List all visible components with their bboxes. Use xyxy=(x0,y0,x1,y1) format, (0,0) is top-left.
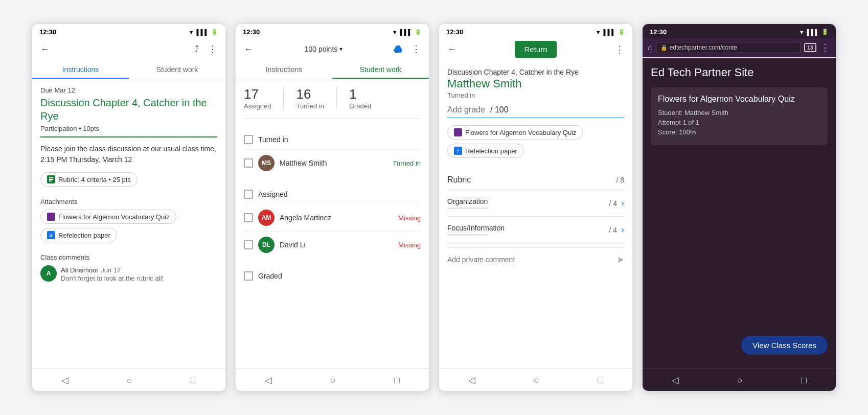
points-label: 100 points xyxy=(305,45,338,53)
quiz-attempt-label: Attempt 1 of 1 xyxy=(658,119,820,126)
attachment-3b-label: Refelection paper xyxy=(465,147,517,155)
student-row-david[interactable]: DL David Li Missing xyxy=(244,232,421,258)
points-dropdown-icon: ▾ xyxy=(339,45,342,53)
rubric-focus-score-text: / 4 xyxy=(609,226,617,234)
send-icon[interactable]: ➤ xyxy=(616,254,624,265)
quiz-student-label: Student: Matthew Smith xyxy=(658,109,820,117)
back-button-2[interactable]: ← xyxy=(243,43,254,56)
tab-studentwork-1[interactable]: Student work xyxy=(129,60,225,79)
signal-icon: ▌▌▌ xyxy=(197,29,209,35)
nav-bar-3: ◁ ○ □ xyxy=(439,368,632,391)
nav-recent-1[interactable]: □ xyxy=(187,374,200,387)
points-selector[interactable]: 100 points ▾ xyxy=(305,45,343,53)
section-graded: Graded xyxy=(244,264,421,288)
quiz-score-label: Score: 100% xyxy=(658,128,820,136)
attachment-2-label: Refelection paper xyxy=(58,232,110,239)
svg-rect-0 xyxy=(49,177,53,178)
checkbox-section-as[interactable] xyxy=(244,190,253,199)
back-button-3[interactable]: ← xyxy=(446,43,458,56)
rubric-total: / 8 xyxy=(616,176,624,184)
checkbox-section-gr[interactable] xyxy=(244,271,253,281)
status-time-3: 12:30 xyxy=(446,28,463,36)
nav-back-3[interactable]: ◁ xyxy=(464,374,479,387)
wifi-icon-3: ▼ xyxy=(596,29,601,35)
rubric-section: Rubric / 8 Organization / 4 › Focus/In xyxy=(447,170,624,243)
tab-instructions-2[interactable]: Instructions xyxy=(236,60,332,79)
attachment-chip-3a[interactable]: Flowers for Algernon Vocabulary Quiz xyxy=(447,125,583,140)
more-button-3[interactable]: ⋮ xyxy=(614,43,625,56)
nav-back-1[interactable]: ◁ xyxy=(57,374,73,387)
checkbox-matthew[interactable] xyxy=(244,158,253,168)
status-icons-2: ▼ ▌▌▌ 🔋 xyxy=(392,29,422,35)
rubric-row-org[interactable]: Organization / 4 › xyxy=(447,190,624,217)
share-button-1[interactable]: ⤴ xyxy=(193,43,200,56)
student-row-matthew[interactable]: MS Matthew Smith Turned in xyxy=(244,150,421,176)
attachment-chip-1[interactable]: Flowers for Algernon Vocabulary Quiz xyxy=(40,210,176,224)
stat-assigned-number: 17 xyxy=(244,86,259,102)
comment-text-1: Don't forget to look at the rubric all! xyxy=(61,274,164,282)
signal-icon-4: ▌▌▌ xyxy=(807,29,819,35)
more-button-1[interactable]: ⋮ xyxy=(207,42,218,56)
url-bar[interactable]: 🔒 edtechpartner.com/conte xyxy=(656,42,801,53)
drive-icon xyxy=(393,44,403,54)
rubric-org-score-text: / 4 xyxy=(609,199,617,208)
rubric-org-chevron: › xyxy=(621,198,624,209)
attachment-chip-2[interactable]: ≡ Refelection paper xyxy=(40,228,117,242)
status-bar-1: 12:30 ▼ ▌▌▌ 🔋 xyxy=(32,24,225,38)
student-row-angela[interactable]: AM Angela Martinez Missing xyxy=(244,204,421,232)
quiz-card: Flowers for Algernon Vocabulary Quiz Stu… xyxy=(651,87,828,145)
avatar-matthew: MS xyxy=(258,155,275,171)
private-comment-row: ➤ xyxy=(447,247,624,271)
rubric-org-progress xyxy=(447,208,488,209)
status-david: Missing xyxy=(398,241,421,249)
browser-home-icon[interactable]: ⌂ xyxy=(648,43,653,52)
rubric-org-score: / 4 › xyxy=(609,198,624,209)
graded-header-row: Graded xyxy=(244,266,421,286)
nav-recent-3[interactable]: □ xyxy=(593,374,607,387)
wifi-icon-4: ▼ xyxy=(799,29,805,35)
assignment-title-1: Discussion Chapter 4, Catcher in the Rye xyxy=(40,96,217,123)
status-time-4: 12:30 xyxy=(650,28,667,36)
nav-home-2[interactable]: ○ xyxy=(326,374,340,387)
content-1: Due Mar 12 Discussion Chapter 4, Catcher… xyxy=(32,79,225,368)
nav-home-4[interactable]: ○ xyxy=(733,374,747,387)
checkbox-angela[interactable] xyxy=(244,213,253,222)
nav-back-4[interactable]: ◁ xyxy=(668,374,683,387)
assignment-title-3: Discussion Chapter 4, Catcher in the Rye xyxy=(447,68,624,76)
phone-screen-1: 12:30 ▼ ▌▌▌ 🔋 ← ⤴ ⋮ Instructions Student… xyxy=(32,24,226,391)
nav-home-3[interactable]: ○ xyxy=(530,374,543,387)
back-button-1[interactable]: ← xyxy=(39,43,51,56)
stat-graded: 1 Graded xyxy=(349,86,383,110)
grade-input[interactable] xyxy=(447,105,488,114)
checkbox-section-ti[interactable] xyxy=(244,135,253,144)
content-2: 17 Assigned 16 Turned in 1 Graded Turned… xyxy=(236,79,429,368)
vocab-quiz-icon-1 xyxy=(47,213,55,221)
return-button[interactable]: Return xyxy=(515,41,556,58)
attachment-chip-3b[interactable]: ≡ Refelection paper xyxy=(447,144,524,158)
stat-turned-in: 16 Turned in xyxy=(296,86,336,110)
nav-recent-4[interactable]: □ xyxy=(797,374,811,387)
rubric-row-focus[interactable]: Focus/Information / 4 › xyxy=(447,217,624,243)
nav-home-1[interactable]: ○ xyxy=(123,374,136,387)
more-button-4[interactable]: ⋮ xyxy=(819,41,831,54)
refelection-icon-3: ≡ xyxy=(454,147,462,155)
battery-icon: 🔋 xyxy=(211,29,218,35)
tab-instructions-1[interactable]: Instructions xyxy=(32,60,129,79)
status-bar-4: 12:30 ▼ ▌▌▌ 🔋 xyxy=(643,24,836,38)
tab-bar-2: Instructions Student work xyxy=(236,60,429,79)
view-class-scores-button[interactable]: View Class Scores xyxy=(741,336,828,355)
svg-rect-1 xyxy=(49,179,53,180)
private-comment-input[interactable] xyxy=(447,256,616,264)
graded-section-label: Graded xyxy=(258,272,282,280)
avatar-david: DL xyxy=(258,237,275,253)
nav-back-2[interactable]: ◁ xyxy=(261,374,276,387)
stat-graded-label: Graded xyxy=(349,102,371,110)
more-button-2[interactable]: ⋮ xyxy=(410,42,422,56)
rubric-chip-1[interactable]: Rubric: 4 criteria • 25 pts xyxy=(40,172,138,187)
nav-bar-2: ◁ ○ □ xyxy=(236,368,429,391)
tab-count[interactable]: 13 xyxy=(804,43,816,52)
tab-studentwork-2[interactable]: Student work xyxy=(332,60,429,79)
nav-recent-2[interactable]: □ xyxy=(390,374,404,387)
checkbox-david[interactable] xyxy=(244,240,253,249)
status-icons-1: ▼ ▌▌▌ 🔋 xyxy=(189,29,218,35)
